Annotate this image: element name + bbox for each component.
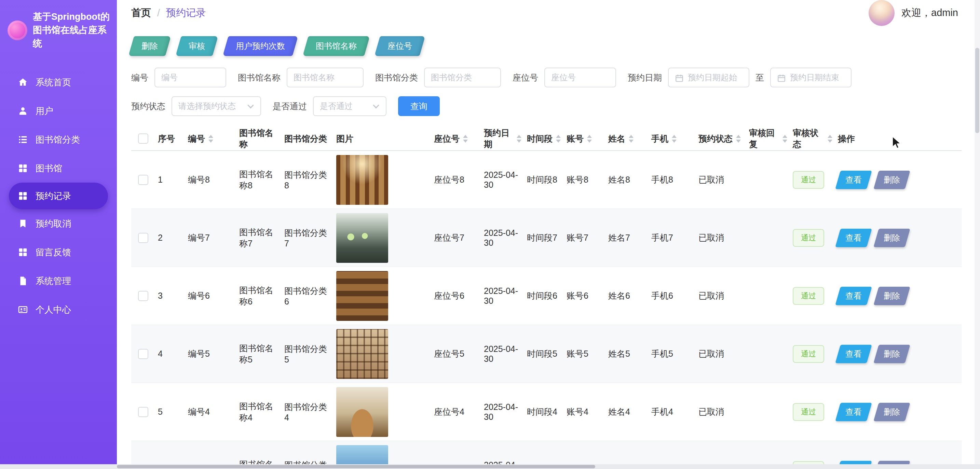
row-checkbox[interactable] bbox=[138, 233, 148, 243]
pass-select-value: 是否通过 bbox=[320, 101, 353, 112]
date-start-input[interactable]: 预约日期起始 bbox=[668, 68, 749, 87]
column-header-label: 预约状态 bbox=[698, 133, 733, 144]
sort-caret-icon[interactable] bbox=[629, 135, 633, 143]
date-end-input[interactable]: 预约日期结束 bbox=[770, 68, 851, 87]
column-header-date[interactable]: 预约日期 bbox=[481, 127, 524, 150]
view-button[interactable]: 查看 bbox=[835, 403, 872, 421]
column-header-label: 手机 bbox=[651, 133, 668, 144]
view-button[interactable]: 查看 bbox=[835, 171, 872, 189]
sidebar-item-label: 系统管理 bbox=[35, 275, 71, 287]
seat-number-button[interactable]: 座位号 bbox=[374, 36, 425, 56]
delete-button[interactable]: 删除 bbox=[873, 229, 910, 247]
cell-status: 已取消 bbox=[696, 174, 746, 185]
cell-check bbox=[131, 175, 155, 185]
column-header-name[interactable]: 姓名 bbox=[606, 133, 649, 144]
view-button[interactable]: 查看 bbox=[835, 287, 872, 305]
sort-caret-icon[interactable] bbox=[463, 135, 468, 143]
audit-button[interactable]: 审核 bbox=[176, 36, 218, 56]
sidebar-item-record[interactable]: 预约记录 bbox=[9, 182, 108, 209]
column-header-reply[interactable]: 审核回复 bbox=[746, 127, 790, 150]
view-button[interactable]: 查看 bbox=[835, 229, 872, 247]
library-name-button-label: 图书馆名称 bbox=[316, 41, 357, 52]
horizontal-scrollbar-thumb[interactable] bbox=[117, 465, 595, 468]
library-category-input[interactable] bbox=[424, 68, 501, 87]
row-checkbox[interactable] bbox=[138, 407, 148, 417]
user-reservation-count-button[interactable]: 用户预约次数 bbox=[223, 36, 298, 56]
sort-caret-icon[interactable] bbox=[556, 135, 561, 143]
cell-seq: 2 bbox=[155, 233, 185, 243]
user-box: 欢迎，admin bbox=[869, 0, 958, 26]
cell-name: 姓名7 bbox=[606, 232, 649, 243]
vertical-scrollbar[interactable] bbox=[975, 0, 980, 469]
sort-caret-icon[interactable] bbox=[736, 135, 741, 143]
column-header-seat[interactable]: 座位号 bbox=[431, 133, 481, 144]
delete-button[interactable]: 删除 bbox=[873, 171, 910, 189]
cell-phone: 手机6 bbox=[649, 290, 696, 301]
sort-caret-icon[interactable] bbox=[587, 135, 592, 143]
column-header-status[interactable]: 预约状态 bbox=[696, 133, 746, 144]
sidebar-item-feedback[interactable]: 留言反馈 bbox=[0, 238, 117, 266]
sidebar-item-category[interactable]: 图书馆分类 bbox=[0, 125, 117, 154]
column-header-seq: 序号 bbox=[155, 133, 185, 144]
delete-button[interactable]: 删除 bbox=[873, 345, 910, 363]
horizontal-scrollbar[interactable] bbox=[0, 464, 980, 469]
cell-status: 已取消 bbox=[696, 290, 746, 301]
library-photo bbox=[336, 155, 388, 205]
library-name-input[interactable] bbox=[287, 68, 364, 87]
view-button[interactable]: 查看 bbox=[835, 345, 872, 363]
column-header-label: 序号 bbox=[158, 133, 175, 144]
sort-caret-icon[interactable] bbox=[783, 135, 787, 143]
column-header-code[interactable]: 编号 bbox=[185, 133, 237, 144]
cell-check bbox=[131, 349, 155, 359]
sort-caret-icon[interactable] bbox=[517, 135, 522, 143]
library-name-button[interactable]: 图书馆名称 bbox=[303, 36, 370, 56]
cell-seat: 座位号4 bbox=[431, 406, 481, 417]
column-header-account[interactable]: 账号 bbox=[564, 133, 606, 144]
cell-seat: 座位号8 bbox=[431, 174, 481, 185]
row-checkbox[interactable] bbox=[138, 349, 148, 359]
delete-button[interactable]: 删除 bbox=[873, 403, 910, 421]
cancel-icon bbox=[18, 219, 28, 229]
sidebar-item-profile[interactable]: 个人中心 bbox=[0, 295, 117, 324]
sidebar-item-system[interactable]: 系统管理 bbox=[0, 266, 117, 295]
column-header-label: 座位号 bbox=[434, 133, 460, 144]
cell-seq: 3 bbox=[155, 291, 185, 301]
filter-label-seat-number: 座位号 bbox=[512, 72, 538, 83]
select-all-checkbox[interactable] bbox=[138, 133, 148, 144]
column-header-slot[interactable]: 时间段 bbox=[524, 133, 564, 144]
vertical-scrollbar-thumb[interactable] bbox=[975, 48, 979, 133]
sidebar-item-user[interactable]: 用户 bbox=[0, 97, 117, 125]
seat-number-input[interactable] bbox=[544, 68, 616, 87]
cell-seq: 4 bbox=[155, 349, 185, 359]
column-header-audit[interactable]: 审核状态 bbox=[790, 127, 835, 150]
pass-select[interactable]: 是否通过 bbox=[313, 96, 387, 116]
delete-button[interactable]: 删除 bbox=[129, 36, 171, 56]
row-checkbox[interactable] bbox=[138, 175, 148, 185]
sidebar-item-label: 图书馆 bbox=[35, 162, 62, 174]
delete-button[interactable]: 删除 bbox=[873, 287, 910, 305]
filter-label-pass: 是否通过 bbox=[273, 101, 307, 112]
cell-account: 账号8 bbox=[564, 174, 606, 185]
sort-caret-icon[interactable] bbox=[672, 135, 676, 143]
sidebar-item-cancel[interactable]: 预约取消 bbox=[0, 209, 117, 238]
cell-phone: 手机7 bbox=[649, 232, 696, 243]
cell-date: 2025-04-30 bbox=[481, 228, 524, 248]
cell-slot: 时间段5 bbox=[524, 348, 564, 360]
row-checkbox[interactable] bbox=[138, 291, 148, 301]
column-header-category: 图书馆分类 bbox=[282, 133, 334, 144]
sidebar-item-home[interactable]: 系统首页 bbox=[0, 68, 117, 97]
column-header-phone[interactable]: 手机 bbox=[649, 133, 696, 144]
column-header-photo: 图片 bbox=[334, 133, 431, 144]
code-input[interactable] bbox=[154, 68, 226, 87]
sort-caret-icon[interactable] bbox=[827, 135, 832, 143]
user-avatar[interactable] bbox=[869, 0, 894, 26]
column-header-label: 图书馆分类 bbox=[284, 133, 327, 144]
cell-library: 图书馆名称4 bbox=[237, 401, 282, 423]
sidebar-item-library[interactable]: 图书馆 bbox=[0, 154, 117, 182]
search-button[interactable]: 查询 bbox=[398, 96, 440, 116]
breadcrumb-home[interactable]: 首页 bbox=[131, 6, 151, 20]
sort-caret-icon[interactable] bbox=[208, 135, 213, 143]
cell-library: 图书馆名称8 bbox=[237, 169, 282, 191]
reservation-status-select[interactable]: 请选择预约状态 bbox=[172, 96, 261, 116]
column-header-label: 审核回复 bbox=[749, 127, 779, 150]
